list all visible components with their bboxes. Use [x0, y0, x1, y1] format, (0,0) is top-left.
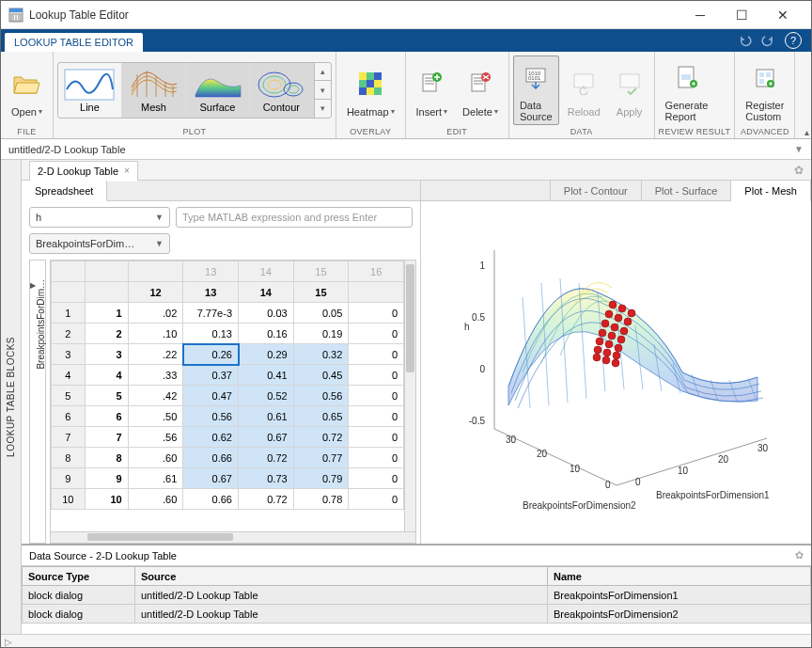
sidebar-blocks[interactable]: LOOKUP TABLE BLOCKS [1, 160, 22, 634]
statusbar-expand-icon[interactable]: ▷ [5, 637, 12, 647]
help-button[interactable]: ? [785, 32, 802, 49]
svg-point-86 [612, 359, 619, 367]
horizontal-scrollbar[interactable] [50, 532, 416, 544]
svg-point-79 [605, 340, 613, 348]
svg-rect-38 [681, 74, 691, 80]
svg-rect-41 [759, 72, 764, 77]
vertical-breakpoint-label[interactable]: ▶ BreakpointsForDim… [29, 260, 46, 544]
svg-text:1: 1 [479, 261, 485, 271]
svg-rect-13 [367, 72, 374, 80]
maximize-button[interactable]: ☐ [721, 1, 762, 29]
vertical-scrollbar[interactable] [405, 260, 416, 532]
svg-rect-34 [574, 74, 593, 87]
svg-text:-0.5: -0.5 [468, 416, 485, 426]
plot-3d[interactable]: 1 0.5 0 -0.5 h [421, 201, 811, 544]
heatmap-button[interactable]: Heatmap▾ [340, 55, 401, 125]
titlebar: Lookup Table Editor ─ ☐ ✕ [1, 1, 811, 29]
svg-text:20: 20 [537, 449, 548, 459]
app-icon [8, 8, 23, 23]
svg-text:0: 0 [605, 480, 611, 490]
expression-input[interactable]: Type MATLAB expression and press Enter [176, 207, 413, 228]
svg-point-9 [268, 80, 281, 89]
breadcrumb-path[interactable]: untitled/2-D Lookup Table [8, 144, 126, 155]
plot-mesh-button[interactable]: Mesh [122, 63, 186, 118]
data-source-button[interactable]: 10100101 Data Source [513, 55, 559, 125]
tab-plot-surface[interactable]: Plot - Surface [642, 181, 732, 201]
svg-text:30: 30 [757, 443, 769, 453]
svg-point-85 [602, 356, 610, 364]
plot-surface-button[interactable]: Surface [186, 63, 250, 118]
delete-icon [470, 63, 491, 104]
register-custom-button[interactable]: Register Custom [739, 55, 790, 125]
report-icon [676, 58, 698, 98]
breadcrumb-dropdown-icon[interactable]: ▼ [794, 144, 804, 154]
redo-icon[interactable] [757, 29, 779, 52]
data-source-icon: 10100101 [524, 58, 547, 98]
data-source-row[interactable]: block dialoguntitled/2-D Lookup TableBre… [23, 586, 811, 605]
tab-plot-mesh[interactable]: Plot - Mesh [731, 181, 811, 201]
apply-button: Apply [609, 55, 650, 125]
svg-point-75 [599, 329, 606, 337]
open-icon [12, 63, 40, 104]
svg-point-78 [596, 338, 603, 345]
generate-report-button[interactable]: Generate Report [659, 55, 715, 125]
svg-point-74 [620, 327, 628, 335]
plot-gallery-scroll[interactable]: ▴▾▾ [314, 63, 331, 118]
svg-point-80 [615, 344, 622, 352]
collapse-ribbon-icon[interactable]: ▴ [804, 127, 809, 137]
apply-icon [618, 63, 641, 104]
svg-point-68 [628, 309, 635, 317]
reload-icon [572, 63, 595, 104]
document-tabs: 2-D Lookup Table × ✿ [22, 160, 811, 181]
svg-point-84 [593, 354, 601, 361]
data-source-title: Data Source - 2-D Lookup Table [29, 550, 177, 561]
svg-text:h: h [464, 322, 470, 332]
svg-point-76 [608, 332, 616, 340]
data-source-table[interactable]: Source Type Source Name block dialogunti… [22, 566, 811, 624]
plot-contour-button[interactable]: Contour [250, 63, 314, 118]
reload-button: Reload [561, 55, 607, 125]
surface-icon [192, 68, 242, 102]
breakpoints-select[interactable]: BreakpointsForDim…▼ [29, 233, 170, 254]
minimize-button[interactable]: ─ [679, 1, 721, 29]
tab-gear-icon[interactable]: ✿ [794, 164, 804, 177]
tab-spreadsheet[interactable]: Spreadsheet [22, 181, 107, 201]
close-tab-icon[interactable]: × [124, 166, 130, 176]
svg-text:30: 30 [506, 435, 517, 445]
field-select[interactable]: h▼ [29, 207, 170, 228]
svg-point-69 [605, 310, 613, 318]
svg-text:BreakpointsForDimension2: BreakpointsForDimension2 [523, 500, 636, 511]
svg-text:0: 0 [635, 477, 641, 487]
contour-icon [256, 68, 306, 102]
undo-icon[interactable] [734, 29, 757, 52]
window-title: Lookup Table Editor [29, 8, 679, 22]
toolstrip-tab-row: LOOKUP TABLE EDITOR ? [1, 29, 811, 52]
svg-rect-18 [359, 87, 367, 95]
plot-type-gallery: Line Mesh Surface Contour ▴▾▾ [57, 62, 332, 119]
svg-rect-12 [359, 72, 367, 80]
svg-rect-17 [374, 80, 382, 87]
tab-plot-contour[interactable]: Plot - Contour [551, 181, 642, 201]
svg-point-70 [615, 314, 622, 322]
svg-rect-15 [359, 80, 367, 87]
svg-point-82 [603, 349, 611, 356]
svg-point-66 [609, 301, 617, 308]
insert-button[interactable]: Insert▾ [410, 55, 455, 125]
panel-gear-icon[interactable]: ✿ [795, 549, 804, 561]
svg-text:10: 10 [570, 464, 581, 474]
ribbon: Open▾ FILE Line Mesh Surface [1, 52, 811, 139]
svg-rect-42 [766, 72, 771, 77]
document-tab[interactable]: 2-D Lookup Table × [29, 161, 138, 182]
svg-point-81 [594, 346, 601, 354]
data-grid[interactable]: 131415161213141511.027.77e-30.030.05022.… [50, 260, 405, 532]
open-button[interactable]: Open▾ [5, 55, 49, 125]
svg-point-83 [613, 352, 620, 359]
close-button[interactable]: ✕ [762, 1, 804, 29]
svg-rect-19 [367, 87, 374, 95]
delete-button[interactable]: Delete▾ [456, 55, 505, 125]
data-source-row[interactable]: block dialoguntitled/2-D Lookup TableBre… [23, 605, 811, 624]
toolstrip-tab-active[interactable]: LOOKUP TABLE EDITOR [5, 33, 143, 52]
plot-line-button[interactable]: Line [58, 63, 122, 118]
svg-text:0101: 0101 [528, 75, 541, 81]
svg-text:10: 10 [678, 466, 689, 476]
